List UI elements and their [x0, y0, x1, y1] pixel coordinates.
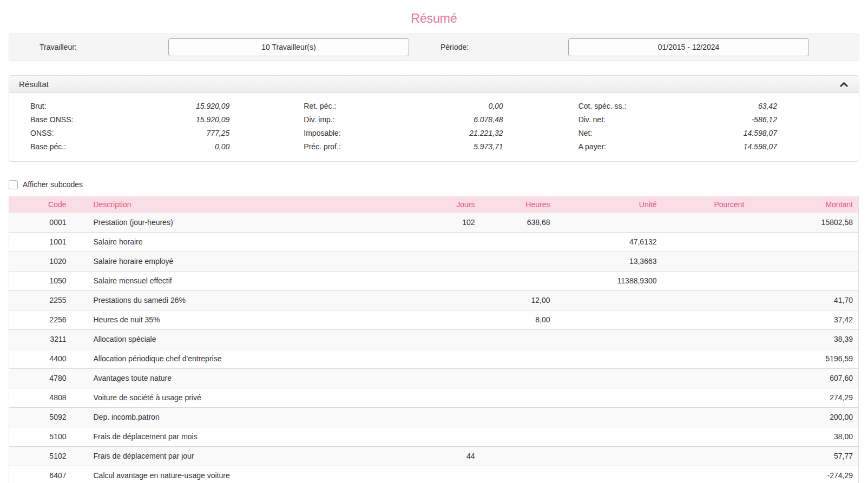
cell-jours [388, 271, 475, 290]
cell-unite: 11388,9300 [550, 271, 657, 290]
travailleur-label: Travailleur: [40, 34, 77, 60]
cell-description: Salaire horaire [67, 232, 388, 252]
resultat-item-value: 14.598,07 [744, 140, 777, 154]
cell-montant: 41,70 [745, 290, 859, 310]
cell-description: Voiture de société à usage privé [67, 388, 388, 407]
table-row[interactable]: 4780 Avantages toute nature 607,60 [9, 368, 859, 388]
table-row[interactable]: 5092 Dep. incomb.patron 200,00 [9, 407, 859, 427]
table-row[interactable]: 3211 Allocation spéciale 38,39 [9, 329, 859, 349]
cell-jours [388, 466, 475, 483]
cell-heures: 8,00 [475, 310, 550, 329]
codes-table-body: 0001 Prestation (jour-heures) 102 638,68… [9, 213, 859, 483]
periode-selector-button[interactable]: 01/2015 - 12/2024 [568, 38, 809, 56]
resultat-column: Brut:15.920,09Base ONSS:15.920,09ONSS:77… [9, 100, 292, 154]
table-row[interactable]: 1001 Salaire horaire 47,6132 [9, 232, 859, 252]
cell-code: 1020 [9, 252, 67, 271]
resultat-item: Net:14.598,07 [578, 127, 777, 140]
cell-code: 5092 [9, 407, 67, 427]
cell-unite [550, 349, 657, 368]
cell-heures [475, 427, 550, 446]
resultat-item-value: 6.078,48 [474, 113, 503, 127]
cell-montant: -274,29 [745, 466, 859, 483]
cell-montant: 57,77 [745, 446, 859, 466]
cell-unite [550, 290, 657, 310]
cell-unite [550, 213, 657, 232]
cell-jours [388, 427, 475, 446]
resultat-item-label: A payer: [578, 140, 606, 154]
cell-pourcent [657, 368, 745, 388]
cell-jours: 44 [388, 446, 475, 466]
resultat-item: Brut:15.920,09 [30, 100, 229, 113]
cell-code: 3211 [9, 329, 67, 349]
table-row[interactable]: 6407 Calcul avantage en nature-usage voi… [9, 466, 859, 483]
cell-montant: 5196,59 [745, 349, 859, 368]
cell-description: Calcul avantage en nature-usage voiture [67, 466, 388, 483]
table-row[interactable]: 5100 Frais de déplacement par mois 38,00 [9, 427, 859, 446]
resultat-item: Base ONSS:15.920,09 [30, 113, 229, 127]
table-row[interactable]: 5102 Frais de déplacement par jour 44 57… [9, 446, 859, 466]
page: Résumé Travailleur: 10 Travailleur(s) Pé… [9, 11, 859, 483]
table-row[interactable]: 1050 Salaire mensuel effectif 11388,9300 [9, 271, 859, 290]
resultat-panel: Résultat Brut:15.920,09Base ONSS:15.920,… [9, 75, 859, 162]
cell-code: 1050 [9, 271, 67, 290]
cell-code: 2256 [9, 310, 67, 329]
cell-heures [475, 252, 550, 271]
cell-jours [388, 329, 475, 349]
column-header-pourcent: Pourcent [657, 196, 745, 213]
cell-code: 5102 [9, 446, 67, 466]
cell-heures [475, 271, 550, 290]
resultat-item-value: 15.920,09 [196, 113, 229, 127]
chevron-up-icon [840, 82, 848, 87]
resultat-item-value: 21.221,32 [469, 127, 503, 140]
resultat-item-label: Base ONSS: [30, 113, 73, 127]
cell-pourcent [657, 466, 745, 483]
cell-description: Allocation périodique chef d'entreprise [67, 349, 388, 368]
cell-description: Prestation (jour-heures) [67, 213, 388, 232]
cell-montant [745, 252, 859, 271]
resultat-item-label: Cot. spéc. ss.: [578, 100, 627, 113]
cell-code: 4400 [9, 349, 67, 368]
table-row[interactable]: 2255 Prestations du samedi 26% 12,00 41,… [9, 290, 859, 310]
resultat-grid: Brut:15.920,09Base ONSS:15.920,09ONSS:77… [9, 93, 859, 161]
collapse-panel-button[interactable] [838, 76, 850, 93]
resultat-item-label: Div. net: [578, 113, 606, 127]
cell-description: Prestations du samedi 26% [67, 290, 388, 310]
cell-heures [475, 407, 550, 427]
table-row[interactable]: 1020 Salaire horaire employé 13,3663 [9, 252, 859, 271]
cell-heures: 12,00 [475, 290, 550, 310]
cell-jours [388, 407, 475, 427]
resultat-item: Div. net:-586,12 [578, 113, 777, 127]
cell-unite [550, 427, 657, 446]
cell-montant: 607,60 [745, 368, 859, 388]
travailleur-selector-button[interactable]: 10 Travailleur(s) [168, 38, 409, 56]
column-header-heures: Heures [475, 196, 550, 213]
cell-pourcent [657, 232, 745, 252]
cell-description: Allocation spéciale [67, 329, 388, 349]
table-row[interactable]: 4400 Allocation périodique chef d'entrep… [9, 349, 859, 368]
afficher-subcodes-label: Afficher subcodes [23, 180, 83, 189]
cell-jours: 102 [388, 213, 475, 232]
resultat-item: A payer:14.598,07 [578, 140, 777, 154]
codes-table: Code Description Jours Heures Unité Pour… [9, 196, 859, 483]
cell-unite [550, 446, 657, 466]
resultat-item-label: ONSS: [30, 127, 54, 140]
cell-heures [475, 446, 550, 466]
table-row[interactable]: 0001 Prestation (jour-heures) 102 638,68… [9, 213, 859, 232]
cell-heures [475, 349, 550, 368]
cell-pourcent [657, 290, 745, 310]
periode-label: Période: [440, 34, 469, 60]
table-row[interactable]: 2256 Heures de nuit 35% 8,00 37,42 [9, 310, 859, 329]
cell-code: 4808 [9, 388, 67, 407]
cell-montant: 38,00 [745, 427, 859, 446]
resultat-item-label: Net: [578, 127, 593, 140]
cell-montant: 200,00 [745, 407, 859, 427]
cell-description: Salaire mensuel effectif [67, 271, 388, 290]
cell-heures [475, 329, 550, 349]
cell-description: Frais de déplacement par jour [67, 446, 388, 466]
resultat-item: Imposable:21.221,32 [304, 127, 503, 140]
afficher-subcodes-checkbox[interactable] [9, 180, 18, 189]
table-row[interactable]: 4808 Voiture de société à usage privé 27… [9, 388, 859, 407]
cell-code: 4780 [9, 368, 67, 388]
resultat-item: Div. imp.:6.078,48 [304, 113, 503, 127]
codes-table-header-row: Code Description Jours Heures Unité Pour… [9, 196, 859, 213]
